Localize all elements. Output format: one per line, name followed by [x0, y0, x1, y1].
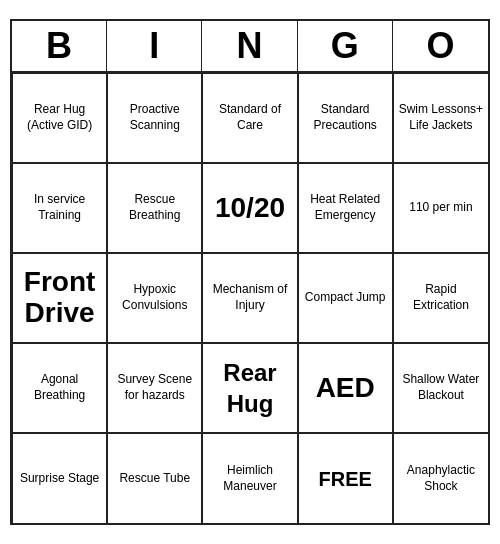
bingo-header: BINGO	[12, 21, 488, 73]
header-letter-n: N	[202, 21, 297, 71]
bingo-cell-9: 110 per min	[393, 163, 488, 253]
header-letter-b: B	[12, 21, 107, 71]
bingo-cell-10: Front Drive	[12, 253, 107, 343]
bingo-cell-20: Surprise Stage	[12, 433, 107, 523]
header-letter-i: I	[107, 21, 202, 71]
bingo-cell-14: Rapid Extrication	[393, 253, 488, 343]
bingo-cell-21: Rescue Tube	[107, 433, 202, 523]
bingo-cell-0: Rear Hug (Active GID)	[12, 73, 107, 163]
bingo-cell-7: 10/20	[202, 163, 297, 253]
header-letter-o: O	[393, 21, 488, 71]
bingo-cell-15: Agonal Breathing	[12, 343, 107, 433]
bingo-cell-22: Heimlich Maneuver	[202, 433, 297, 523]
bingo-cell-5: In service Training	[12, 163, 107, 253]
bingo-cell-23: FREE	[298, 433, 393, 523]
bingo-cell-11: Hypoxic Convulsions	[107, 253, 202, 343]
bingo-cell-4: Swim Lessons+ Life Jackets	[393, 73, 488, 163]
bingo-cell-19: Shallow Water Blackout	[393, 343, 488, 433]
bingo-cell-8: Heat Related Emergency	[298, 163, 393, 253]
bingo-grid: Rear Hug (Active GID)Proactive ScanningS…	[12, 73, 488, 523]
bingo-cell-3: Standard Precautions	[298, 73, 393, 163]
bingo-cell-1: Proactive Scanning	[107, 73, 202, 163]
bingo-cell-2: Standard of Care	[202, 73, 297, 163]
bingo-cell-24: Anaphylactic Shock	[393, 433, 488, 523]
bingo-cell-13: Compact Jump	[298, 253, 393, 343]
bingo-cell-18: AED	[298, 343, 393, 433]
bingo-cell-17: Rear Hug	[202, 343, 297, 433]
bingo-cell-6: Rescue Breathing	[107, 163, 202, 253]
bingo-cell-12: Mechanism of Injury	[202, 253, 297, 343]
bingo-cell-16: Survey Scene for hazards	[107, 343, 202, 433]
header-letter-g: G	[298, 21, 393, 71]
bingo-card: BINGO Rear Hug (Active GID)Proactive Sca…	[10, 19, 490, 525]
